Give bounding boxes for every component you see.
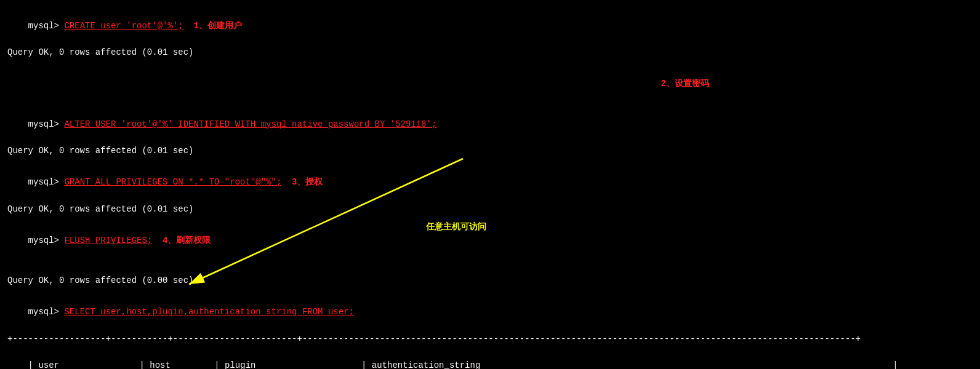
- terminal: mysql> CREATE user 'root'@'%'; 1、创建用户 Qu…: [7, 6, 973, 369]
- annotation-any-host: 任意主机可访问: [426, 221, 486, 234]
- cmd-create-user: mysql> CREATE user 'root'@'%'; 1、创建用户: [7, 6, 973, 46]
- annotation-set-password: 2、设置密码: [7, 65, 973, 105]
- result-grant: Query OK, 0 rows affected (0.01 sec): [7, 203, 973, 216]
- table-header: | user| host| plugin| authentication_str…: [7, 346, 973, 370]
- result-create-user: Query OK, 0 rows affected (0.01 sec): [7, 46, 973, 60]
- result-alter-user: Query OK, 0 rows affected (0.01 sec): [7, 145, 973, 158]
- table-border-top: +------------------+-----------+--------…: [7, 333, 973, 346]
- cmd-grant: mysql> GRANT ALL PRIVILEGES ON *.* TO "r…: [7, 163, 973, 203]
- cmd-flush: mysql> FLUSH PRIVILEGES; 4、刷新权限 任意主机可访问: [7, 221, 973, 274]
- cmd-alter-user: mysql> ALTER USER 'root'@'%' IDENTIFIED …: [7, 105, 973, 145]
- result-flush: Query OK, 0 rows affected (0.00 sec): [7, 274, 973, 288]
- cmd-select: mysql> SELECT user,host,plugin,authentic…: [7, 293, 973, 333]
